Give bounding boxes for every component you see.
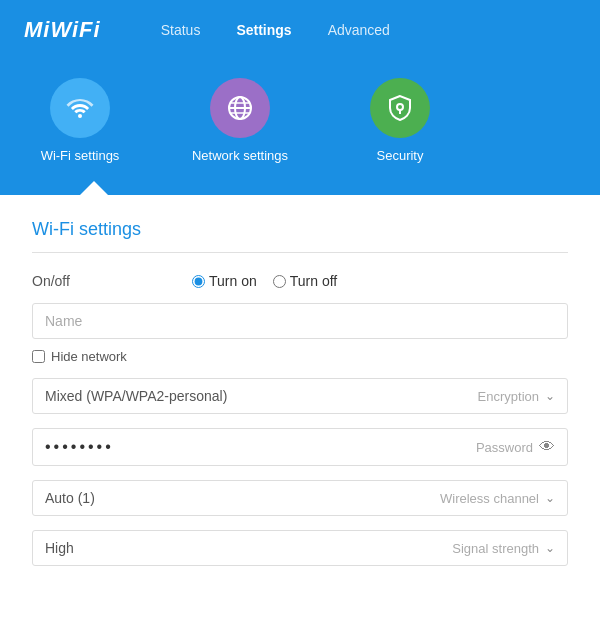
password-label: Password [476,440,533,455]
section-title: Wi-Fi settings [32,219,568,240]
signal-strength-value: High [45,540,74,556]
wireless-channel-chevron-icon: ⌄ [545,491,555,505]
encryption-dropdown[interactable]: Mixed (WPA/WPA2-personal) Encryption ⌄ [32,378,568,414]
encryption-chevron-icon: ⌄ [545,389,555,403]
onoff-control: Turn on Turn off [192,273,568,289]
wireless-channel-label: Wireless channel [440,491,539,506]
main-nav: Status Settings Advanced [161,18,576,42]
subnav-security[interactable]: Security [320,78,480,181]
turn-on-radio[interactable] [192,275,205,288]
turn-off-option[interactable]: Turn off [273,273,337,289]
signal-strength-dropdown[interactable]: High Signal strength ⌄ [32,530,568,566]
wireless-channel-dropdown[interactable]: Auto (1) Wireless channel ⌄ [32,480,568,516]
encryption-right: Encryption ⌄ [478,389,555,404]
subnav-network[interactable]: Network settings [160,78,320,181]
wireless-channel-value: Auto (1) [45,490,95,506]
globe-icon-circle [210,78,270,138]
subnav-wifi[interactable]: Wi-Fi settings [0,78,160,181]
turn-on-label: Turn on [209,273,257,289]
password-right: Password 👁 [476,438,555,456]
subnav-network-label: Network settings [192,148,288,163]
signal-strength-chevron-icon: ⌄ [545,541,555,555]
logo: MiWiFi [24,17,101,43]
svg-point-5 [397,104,403,110]
signal-strength-right: Signal strength ⌄ [452,541,555,556]
turn-off-radio[interactable] [273,275,286,288]
onoff-radio-group: Turn on Turn off [192,273,568,289]
hide-network-label[interactable]: Hide network [51,349,127,364]
shield-icon-circle [370,78,430,138]
header: MiWiFi Status Settings Advanced [0,0,600,60]
password-row: •••••••• Password 👁 [32,428,568,466]
turn-on-option[interactable]: Turn on [192,273,257,289]
subnav-wifi-label: Wi-Fi settings [41,148,120,163]
encryption-label: Encryption [478,389,539,404]
triangle-pointer [80,181,108,195]
encryption-value: Mixed (WPA/WPA2-personal) [45,388,227,404]
nav-settings[interactable]: Settings [236,18,291,42]
name-input[interactable] [32,303,568,339]
onoff-label: On/off [32,273,192,289]
onoff-row: On/off Turn on Turn off [32,273,568,289]
eye-icon[interactable]: 👁 [539,438,555,456]
signal-strength-label: Signal strength [452,541,539,556]
password-value: •••••••• [45,438,114,456]
turn-off-label: Turn off [290,273,337,289]
hide-network-checkbox[interactable] [32,350,45,363]
wireless-channel-right: Wireless channel ⌄ [440,491,555,506]
subnav-security-label: Security [377,148,424,163]
sub-nav: Wi-Fi settings Network settings Security [0,60,600,181]
nav-advanced[interactable]: Advanced [328,18,390,42]
wifi-icon-circle [50,78,110,138]
main-content: Wi-Fi settings On/off Turn on Turn off H… [0,195,600,620]
divider [32,252,568,253]
name-row [32,303,568,339]
hide-network-row: Hide network [32,349,568,364]
nav-status[interactable]: Status [161,18,201,42]
